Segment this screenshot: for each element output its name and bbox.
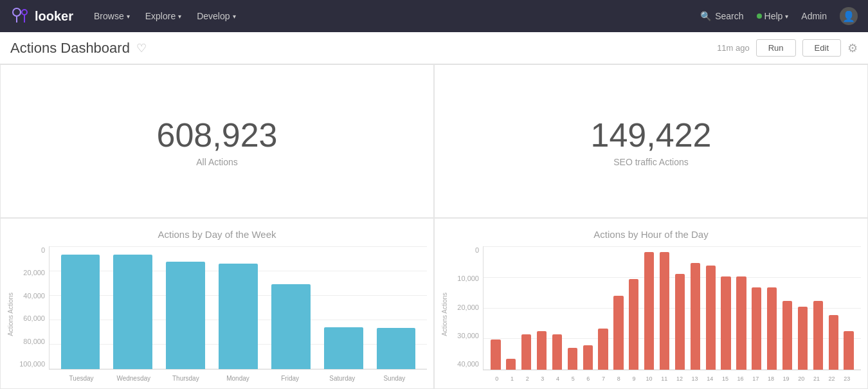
bar: [598, 329, 608, 370]
dashboard-actions: 11m ago Run Edit ⚙: [717, 39, 858, 57]
help-label: Help: [764, 11, 783, 21]
bar-label: 5: [565, 375, 581, 382]
nav-right: 🔍 Search Help ▾ Admin 👤: [700, 7, 858, 25]
bar-col-hour: [505, 246, 517, 370]
search-label: Search: [715, 11, 743, 21]
bar-label: 2: [520, 375, 535, 382]
bar-col-day: [372, 246, 420, 369]
bar: [166, 262, 205, 369]
bar: [644, 252, 654, 370]
chart-day-x-labels: TuesdayWednesdayThursdayMondayFridaySatu…: [49, 370, 427, 382]
bar-label: 12: [672, 375, 687, 382]
bar-col-hour: [659, 246, 671, 370]
bar: [813, 301, 823, 370]
bar-col-day: [109, 246, 158, 369]
bar-label: Monday: [212, 375, 264, 382]
bar: [61, 255, 100, 369]
bar: [752, 287, 761, 370]
bar-col-hour: [689, 246, 701, 370]
bar-label: 4: [550, 375, 566, 382]
seo-actions-value: 149,422: [591, 116, 712, 154]
bar-label: 14: [702, 375, 718, 382]
chart-hour-x-labels: 01234567891011121314151617181920212223: [483, 370, 861, 382]
seo-actions-label: SEO traffic Actions: [613, 157, 688, 167]
bar-col-day: [161, 246, 210, 369]
bar-col-day: [266, 246, 315, 369]
bar-label: 9: [626, 375, 642, 382]
browse-menu[interactable]: Browse: [94, 11, 130, 21]
bar-col-hour: [705, 246, 716, 370]
bar-label: 20: [793, 375, 809, 382]
settings-icon[interactable]: ⚙: [847, 41, 858, 55]
bar-col-hour: [644, 246, 655, 370]
admin-menu[interactable]: Admin: [801, 11, 827, 21]
chevron-down-icon: ▾: [785, 13, 788, 20]
bar-label: 16: [733, 375, 748, 382]
bar: [506, 359, 516, 370]
bar-label: 13: [687, 375, 703, 382]
run-button[interactable]: Run: [756, 39, 796, 57]
bar-label: 18: [763, 375, 779, 382]
bar-col-hour: [751, 246, 763, 370]
avatar[interactable]: 👤: [840, 7, 858, 25]
svg-point-1: [22, 10, 27, 15]
bar-col-hour: [812, 246, 824, 370]
help-menu[interactable]: Help ▾: [757, 11, 789, 21]
bar-col-hour: [827, 246, 839, 370]
bar: [552, 334, 562, 370]
bar-col-hour: [582, 246, 593, 370]
bar-col-hour: [720, 246, 732, 370]
bar-label: 0: [489, 375, 505, 382]
chart-day-bars-area: TuesdayWednesdayThursdayMondayFridaySatu…: [49, 246, 427, 382]
bar-col-day: [214, 246, 263, 369]
chart-day-y-label: Actions Actions: [7, 293, 14, 336]
page-title: Actions Dashboard: [10, 40, 130, 57]
bar: [629, 279, 638, 370]
bar: [691, 263, 700, 370]
tile-all-actions: 608,923 All Actions: [0, 64, 434, 218]
bar: [271, 284, 311, 369]
bar-col-hour: [674, 246, 686, 370]
bar-label: 8: [611, 375, 626, 382]
bar-label: 7: [596, 375, 611, 382]
develop-menu[interactable]: Develop: [197, 11, 235, 21]
bar-col-hour: [552, 246, 563, 370]
bar-col-day: [319, 246, 368, 369]
bar: [767, 287, 777, 370]
bar: [829, 315, 838, 370]
bar-col-hour: [766, 246, 778, 370]
chart-day-bars-row: [50, 246, 427, 369]
chart-day-title: Actions by Day of the Week: [7, 229, 427, 240]
chart-day-y-axis: 100,000 80,000 60,000 40,000 20,000 0: [17, 246, 49, 382]
bar-col-hour: [628, 246, 640, 370]
logo[interactable]: looker: [10, 6, 73, 26]
favorite-icon[interactable]: ♡: [136, 41, 147, 55]
admin-label: Admin: [801, 11, 827, 21]
chart-hour-y-label: Actions Actions: [441, 293, 448, 336]
bar-label: 15: [718, 375, 733, 382]
chart-hour-bars-area: 01234567891011121314151617181920212223: [483, 246, 861, 382]
bar-col-hour: [490, 246, 502, 370]
logo-text: looker: [35, 9, 73, 24]
search-button[interactable]: 🔍 Search: [700, 11, 743, 21]
bar: [736, 276, 746, 370]
chart-hour-bars-grid: [483, 246, 861, 370]
bar-label: Tuesday: [55, 375, 107, 382]
bar-col-hour: [843, 246, 854, 370]
bar-label: 23: [839, 375, 854, 382]
chart-hour-bars-row: [484, 246, 861, 370]
bar-col-day: [56, 246, 105, 369]
bar-label: Wednesday: [107, 375, 159, 382]
bar-label: Sunday: [368, 375, 420, 382]
bar-col-hour: [597, 246, 609, 370]
bar-label: 6: [581, 375, 596, 382]
explore-menu[interactable]: Explore: [145, 11, 181, 21]
bar: [324, 327, 363, 369]
bar-label: 11: [656, 375, 672, 382]
edit-button[interactable]: Edit: [802, 39, 841, 57]
bar: [219, 264, 258, 369]
bar: [377, 328, 416, 369]
tile-seo-actions: 149,422 SEO traffic Actions: [434, 64, 868, 218]
tile-chart-hour: Actions by Hour of the Day Actions Actio…: [434, 218, 868, 389]
bar-col-hour: [521, 246, 532, 370]
